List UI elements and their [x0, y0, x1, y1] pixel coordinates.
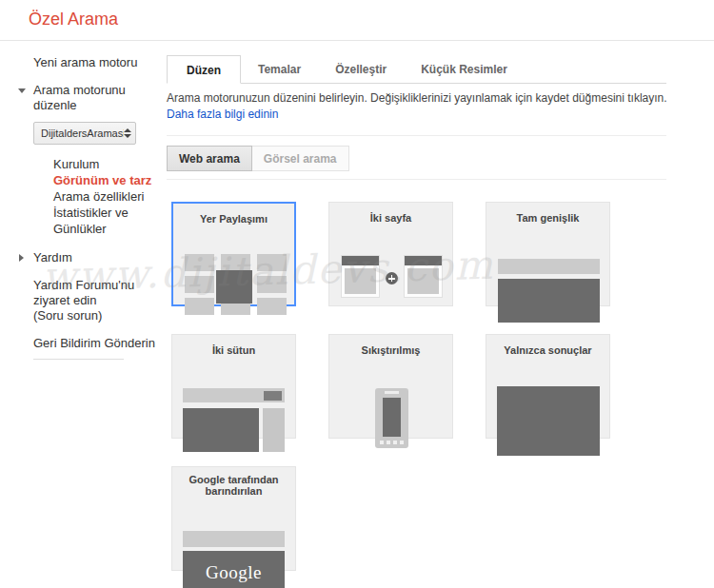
help-forum-note: (Soru sorun)	[33, 308, 169, 323]
layout-card-google-hosted[interactable]: Google tarafından barındırılan Google	[171, 466, 296, 571]
sidebar-item-kurulum[interactable]: Kurulum	[53, 156, 169, 172]
divider	[167, 179, 666, 180]
layout-card-title: Tam genişlik	[486, 212, 609, 224]
engine-select[interactable]: DijitaldersAramasi2	[33, 122, 136, 145]
caret-right-icon	[19, 254, 24, 262]
search-type-toggle: Web arama Görsel arama	[167, 146, 666, 171]
web-search-button[interactable]: Web arama	[167, 146, 252, 171]
sidebar-item-label: Arama motorunu düzenle	[33, 83, 126, 112]
sidebar: Yeni arama motoru Arama motorunu düzenle…	[29, 55, 169, 360]
layout-card-tam-genislik[interactable]: Tam genişlik	[486, 202, 610, 306]
divider	[167, 135, 666, 136]
app-header: Özel Arama	[0, 0, 714, 41]
sidebar-item-arama-ozellikleri[interactable]: Arama özellikleri	[53, 188, 169, 205]
sidebar-item-gorunum-ve-tarz[interactable]: Görünüm ve tarz	[53, 172, 169, 188]
caret-down-icon	[18, 88, 26, 93]
sidebar-item-help-forum[interactable]: Yardım Forumu'nu ziyaret edin (Soru soru…	[29, 278, 169, 323]
layout-card-iki-sutun[interactable]: İki sütun	[171, 334, 296, 439]
tab-kucuk-resimler[interactable]: Küçük Resimler	[404, 55, 525, 83]
engine-select-value: DijitaldersAramasi2	[41, 127, 124, 139]
phone-icon	[375, 388, 408, 448]
select-spinner-icon	[124, 128, 131, 138]
sidebar-divider	[33, 359, 124, 360]
layout-card-title: Yer Paylaşımı	[173, 213, 294, 225]
google-logo: Google	[206, 562, 262, 583]
layout-description: Arama motorunuzun düzenini belirleyin. D…	[167, 90, 666, 123]
sidebar-item-label: Yardım	[33, 250, 72, 265]
sidebar-item-new-engine[interactable]: Yeni arama motoru	[29, 55, 169, 70]
tab-ozellestir[interactable]: Özelleştir	[318, 55, 404, 83]
tab-duzen[interactable]: Düzen	[167, 55, 241, 84]
sidebar-item-edit-engine[interactable]: Arama motorunu düzenle	[29, 83, 169, 113]
tab-temalar[interactable]: Temalar	[241, 55, 318, 83]
layout-options-grid: Yer Paylaşımı İki sayfa Tam genişlik İki…	[171, 202, 666, 571]
layout-card-title: İki sayfa	[329, 212, 452, 224]
layout-card-sikistirilmis[interactable]: Sıkıştırılmış	[328, 334, 453, 439]
layout-card-iki-sayfa[interactable]: İki sayfa	[328, 202, 453, 306]
layout-card-yalnizca-sonuclar[interactable]: Yalnızca sonuçlar	[486, 334, 610, 439]
sidebar-item-feedback[interactable]: Geri Bildirim Gönderin	[29, 336, 169, 351]
layout-card-title: Google tarafından barındırılan	[187, 474, 282, 497]
main-content: Düzen Temalar Özelleştir Küçük Resimler …	[167, 55, 666, 571]
engine-submenu: Kurulum Görünüm ve tarz Arama özellikler…	[29, 156, 169, 237]
sidebar-item-yardim[interactable]: Yardım	[29, 250, 169, 265]
plus-icon	[386, 272, 398, 284]
learn-more-link[interactable]: Daha fazla bilgi edinin	[167, 108, 278, 121]
tab-bar: Düzen Temalar Özelleştir Küçük Resimler	[167, 55, 666, 84]
image-search-button[interactable]: Görsel arama	[251, 146, 349, 171]
description-text: Arama motorunuzun düzenini belirleyin. D…	[167, 91, 667, 105]
layout-card-yer-paylasimi[interactable]: Yer Paylaşımı	[171, 202, 296, 306]
page-title: Özel Arama	[0, 0, 714, 29]
sidebar-item-istatistikler-gunlukler[interactable]: İstatistikler ve Günlükler	[53, 205, 169, 237]
layout-card-title: Yalnızca sonuçlar	[486, 344, 609, 356]
help-forum-label: Yardım Forumu'nu ziyaret edin	[33, 278, 169, 308]
layout-card-title: İki sütun	[172, 344, 295, 356]
layout-card-title: Sıkıştırılmış	[329, 344, 452, 356]
